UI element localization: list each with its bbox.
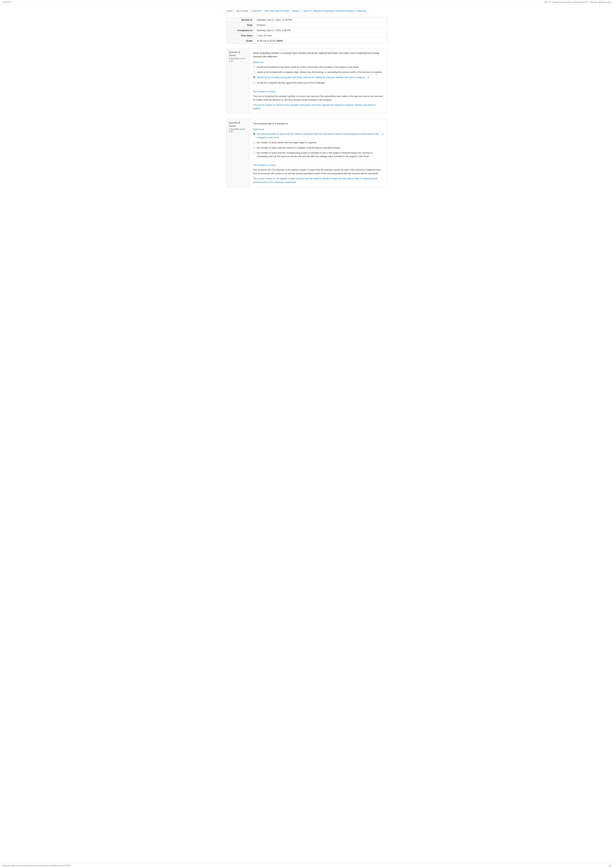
radio-2-a xyxy=(253,133,255,135)
breadcrumb-week5[interactable]: Week 5 xyxy=(292,9,300,12)
question-content-1: When evaluating whether a currently used… xyxy=(249,49,387,113)
question-number-1: Question 1 xyxy=(229,51,247,53)
checkmark-2-a: ✔ xyxy=(382,132,384,136)
option-2-b: the number of years before the first maj… xyxy=(253,141,384,144)
breadcrumb-sep-5: / xyxy=(302,9,303,12)
info-label-1: State xyxy=(227,23,255,28)
breadcrumb-sep-1: / xyxy=(234,9,235,12)
feedback-section-1: Your answer is correct.The cost of acqui… xyxy=(253,88,384,110)
question-sidebar-2: Question 2 Correct 1.00 points out of 1.… xyxy=(227,119,249,187)
info-row-4: Grade25.00 out of 25.00 (100%) xyxy=(227,38,387,43)
question-status-1: Correct xyxy=(229,54,247,57)
feedback-para-2-1: The correct answer is: the optimal numbe… xyxy=(253,177,384,184)
feedback-status-2: Your answer is correct. xyxy=(253,164,384,166)
info-value-4: 25.00 out of 25.00 (100%) xyxy=(255,38,387,43)
info-row-1: StateFinished xyxy=(227,23,387,28)
breadcrumb-course[interactable]: FIN--5203-1D2-SP-2020 xyxy=(264,9,289,12)
radio-2-b xyxy=(253,141,255,144)
radio-2-c xyxy=(253,146,255,149)
radio-2-d xyxy=(253,152,255,154)
info-label-0: Started on xyxy=(227,17,255,23)
question-text-2: The economic life of a machine is xyxy=(253,122,384,126)
radio-1-c xyxy=(253,76,255,79)
radio-1-d xyxy=(253,81,255,84)
feedback-para-1-0: The cost of acquiring the existing machi… xyxy=(253,95,384,102)
breadcrumb-2020sp[interactable]: 2020-SP xyxy=(252,9,261,12)
feedback-section-2: Your answer is correct.The economic life… xyxy=(253,161,384,184)
checkmark-1-c: ✔ xyxy=(367,76,370,79)
option-list-2: the optimal number of years that the mac… xyxy=(253,132,384,158)
select-one-label-1: Select one: xyxy=(253,61,384,64)
question-content-2: The economic life of a machine isSelect … xyxy=(249,119,387,187)
breadcrumb-home[interactable]: Home xyxy=(227,9,233,12)
info-row-3: Time taken1 hour 20 mins xyxy=(227,33,387,38)
select-one-label-2: Select one: xyxy=(253,128,384,130)
option-text-1-d: should be compared directly against the … xyxy=(257,81,325,85)
breadcrumb-quiz[interactable]: Quiz #5 - Requires Respondus LockDown Br… xyxy=(303,9,366,12)
option-text-2-d: the number of years that the correspondi… xyxy=(257,151,384,158)
radio-1-a xyxy=(253,66,255,68)
option-list-1: should be forwarded to the future worth … xyxy=(253,65,384,85)
info-value-3: 1 hour 20 mins xyxy=(255,33,387,38)
info-value-0: Saturday, April 17, 2021, 12:45 PM xyxy=(255,17,387,23)
question-sidebar-1: Question 1 Correct 1.00 points out of 1.… xyxy=(227,49,249,113)
info-value-1: Finished xyxy=(255,23,387,28)
option-1-a: should be forwarded to the future worth … xyxy=(253,65,384,69)
question-text-1: When evaluating whether a currently used… xyxy=(253,51,384,59)
option-1-d: should be compared directly against the … xyxy=(253,81,384,85)
breadcrumb-sep-3: / xyxy=(263,9,264,12)
question-status-2: Correct xyxy=(229,125,247,127)
info-value-2: Saturday, April 17, 2021, 2:05 PM xyxy=(255,28,387,33)
option-2-d: the number of years that the correspondi… xyxy=(253,151,384,158)
question-block-2: Question 2 Correct 1.00 points out of 1.… xyxy=(227,119,387,187)
radio-1-b xyxy=(253,71,255,73)
breadcrumb-sep-4: / xyxy=(291,9,292,12)
info-row-0: Started onSaturday, April 17, 2021, 12:4… xyxy=(227,17,387,23)
feedback-para-1-1: The correct answer is: should not be inc… xyxy=(253,103,384,111)
option-text-2-a: the optimal number of years that the mac… xyxy=(257,132,379,139)
option-text-1-b: needs to be included with a negative sig… xyxy=(257,70,382,74)
question-block-1: Question 1 Correct 1.00 points out of 1.… xyxy=(227,48,387,113)
feedback-status-1: Your answer is correct. xyxy=(253,90,384,93)
info-table: Started onSaturday, April 17, 2021, 12:4… xyxy=(227,17,387,43)
option-text-1-a: should be forwarded to the future worth … xyxy=(257,65,359,69)
option-1-b: needs to be included with a negative sig… xyxy=(253,70,384,74)
question-points-2: 1.00 points out of 1.00 xyxy=(229,128,247,133)
breadcrumb-mycourses: My courses xyxy=(237,9,248,12)
breadcrumb: Home / My courses / 2020-SP / FIN--5203-… xyxy=(227,9,387,12)
question-points-1: 1.00 points out of 1.00 xyxy=(229,57,247,62)
info-label-3: Time taken xyxy=(227,33,255,38)
info-label-4: Grade xyxy=(227,38,255,43)
info-row-2: Completed onSaturday, April 17, 2021, 2:… xyxy=(227,28,387,33)
option-text-2-b: the number of years before the first maj… xyxy=(257,141,317,144)
option-2-a: the optimal number of years that the mac… xyxy=(253,132,384,139)
page-title: Quiz #5 - Requires Respondus LockDown Br… xyxy=(544,1,611,3)
option-2-c: the number of years that the machine is … xyxy=(253,146,384,150)
feedback-para-2-0: The economic life of a machine is the op… xyxy=(253,168,384,175)
info-label-2: Completed on xyxy=(227,28,255,33)
question-number-2: Question 2 xyxy=(229,121,247,124)
option-text-2-c: the number of years that the machine is … xyxy=(257,146,341,150)
option-1-c: should not be included among the cash fl… xyxy=(253,76,384,79)
breadcrumb-sep-2: / xyxy=(250,9,252,12)
page-date: 4/20/2021 xyxy=(3,1,11,3)
option-text-1-c: should not be included among the cash fl… xyxy=(257,76,365,79)
